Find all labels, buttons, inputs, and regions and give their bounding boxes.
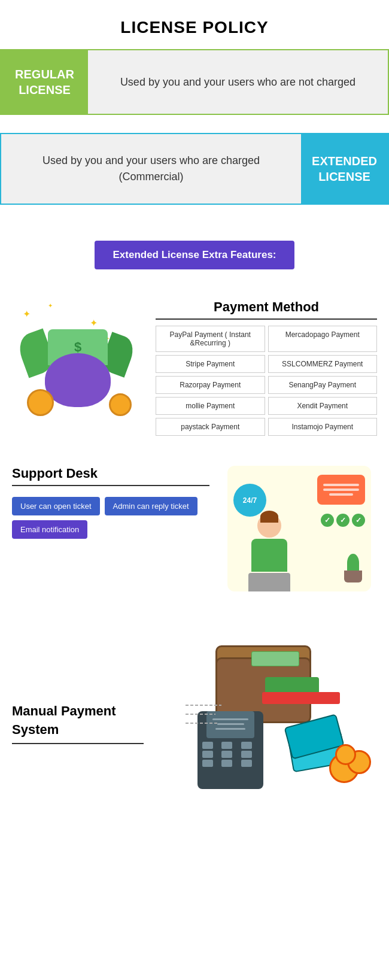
payment-item: PayPal Payment ( Instant &Recurring ) xyxy=(156,326,265,352)
license-section: REGULAR LICENSE Used by you and your use… xyxy=(0,49,389,235)
payment-item: paystack Payment xyxy=(156,418,265,436)
payment-item: Xendit Payment xyxy=(268,397,378,415)
plant-leaves xyxy=(347,554,359,572)
coin-left xyxy=(27,389,54,416)
clock-24-icon: 24/7 xyxy=(233,484,266,517)
person-head xyxy=(257,514,281,538)
wallet-card-red xyxy=(262,692,340,704)
payment-item: mollie Payment xyxy=(156,397,265,415)
coin-small xyxy=(335,744,356,765)
manual-payment-section: Manual Payment System xyxy=(0,627,389,831)
manual-payment-content: Manual Payment System xyxy=(12,702,144,744)
payment-method-title: Payment Method xyxy=(156,299,377,320)
support-person-graphic xyxy=(245,514,293,579)
extended-license-description: Used by you and your users who are charg… xyxy=(1,134,301,204)
regular-license-description: Used by you and your users who are not c… xyxy=(88,50,388,114)
payment-illustration: ✦ ✦ ✦ ✦ xyxy=(12,299,144,419)
coin-right xyxy=(109,393,132,416)
admin-reply-ticket-badge: Admin can reply ticket xyxy=(105,497,197,515)
plant-pot xyxy=(344,571,362,582)
person-laptop xyxy=(248,573,290,591)
extended-license-label: EXTENDED LICENSE xyxy=(301,134,388,204)
money-bag-graphic: ✦ ✦ ✦ ✦ xyxy=(12,299,144,419)
pos-key xyxy=(221,742,232,749)
support-illustration: 24/7 ✓ ✓ ✓ xyxy=(215,466,371,603)
payment-item: Stripe Payment xyxy=(156,355,265,373)
email-notification-badge: Email notification xyxy=(12,520,87,539)
page-title: LICENSE POLICY xyxy=(0,0,389,49)
pos-key xyxy=(221,760,232,767)
pos-key xyxy=(202,742,213,749)
cash-bills xyxy=(251,651,299,666)
extended-license-card: Used by you and your users who are charg… xyxy=(0,133,389,205)
payment-item: SenangPay Payment xyxy=(268,376,378,394)
chat-line xyxy=(329,493,353,496)
pos-key xyxy=(221,751,232,758)
sparkle-icon: ✦ xyxy=(23,308,31,320)
plant-decoration xyxy=(344,553,362,582)
manual-payment-illustration xyxy=(150,639,377,807)
payment-content: Payment Method PayPal Payment ( Instant … xyxy=(156,299,377,436)
money-bag-body xyxy=(45,353,111,407)
pos-key xyxy=(241,760,252,767)
payment-item: Instamojo Payment xyxy=(268,418,378,436)
wallet-graphic xyxy=(180,645,347,801)
arrow-decoration xyxy=(180,699,227,735)
check-circle-icon: ✓ xyxy=(336,514,350,527)
pos-key xyxy=(241,751,252,758)
extra-features-button[interactable]: Extended License Extra Features: xyxy=(95,241,294,269)
chat-line xyxy=(323,484,359,486)
regular-license-card: REGULAR LICENSE Used by you and your use… xyxy=(0,49,389,115)
check-circle-icon: ✓ xyxy=(352,514,365,527)
sparkle-icon: ✦ xyxy=(48,302,53,309)
support-section: Support Desk User can open ticket Admin … xyxy=(0,460,389,627)
payment-item: SSLCOMMERZ Payment xyxy=(268,355,378,373)
payment-grid: PayPal Payment ( Instant &Recurring ) Me… xyxy=(156,326,377,436)
support-desk-title: Support Desk xyxy=(12,466,209,486)
support-content: Support Desk User can open ticket Admin … xyxy=(12,466,209,539)
pos-key xyxy=(202,751,213,758)
user-open-ticket-badge: User can open ticket xyxy=(12,497,100,515)
check-circle-icon: ✓ xyxy=(321,514,334,527)
manual-payment-title: Manual Payment System xyxy=(12,702,144,744)
pos-key xyxy=(202,760,213,767)
regular-license-label: REGULAR LICENSE xyxy=(1,50,88,114)
pos-keypad xyxy=(197,738,263,770)
sparkle-icon: ✦ xyxy=(90,317,98,329)
chat-bubble-icon xyxy=(317,475,365,505)
person-hair xyxy=(260,511,278,523)
check-marks: ✓ ✓ ✓ xyxy=(321,514,365,527)
person-body xyxy=(251,539,287,572)
payment-item: Mercadopago Payment xyxy=(268,326,378,352)
payment-item: Razorpay Payment xyxy=(156,376,265,394)
pos-key xyxy=(241,742,252,749)
support-bg: 24/7 ✓ ✓ ✓ xyxy=(227,466,371,591)
payment-section: ✦ ✦ ✦ ✦ Payment Method PayPal Payment ( … xyxy=(0,293,389,460)
clock-label: 24/7 xyxy=(243,496,257,505)
support-badges: User can open ticket Admin can reply tic… xyxy=(12,497,209,539)
chat-line xyxy=(323,489,359,491)
extra-features-section: Extended License Extra Features: xyxy=(0,235,389,293)
